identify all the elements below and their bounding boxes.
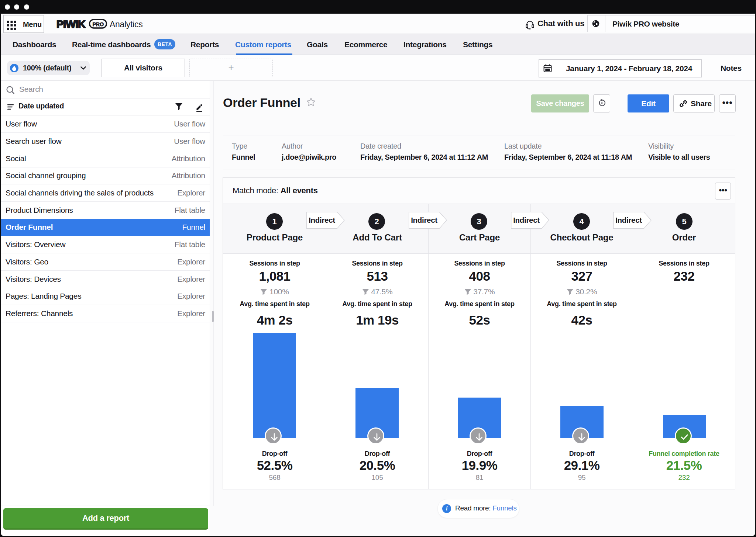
svg-text:Indirect: Indirect [513, 216, 540, 224]
svg-text:PIWIK: PIWIK [56, 18, 86, 30]
svg-text:PRO: PRO [93, 21, 104, 27]
svg-text:Indirect: Indirect [411, 216, 437, 224]
svg-text:Indirect: Indirect [309, 216, 335, 224]
svg-text:Indirect: Indirect [615, 216, 642, 224]
